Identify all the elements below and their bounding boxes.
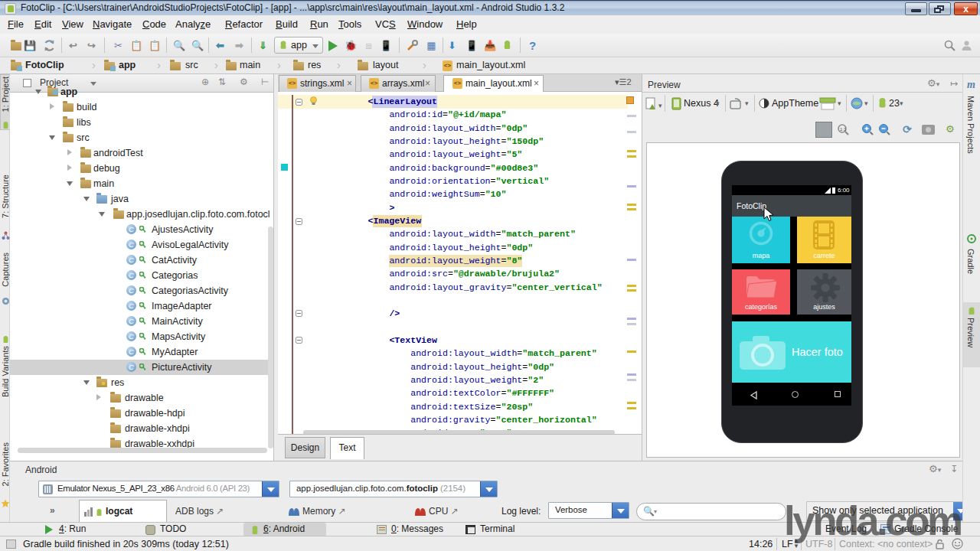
svg-text:1:1: 1:1 (840, 127, 847, 132)
